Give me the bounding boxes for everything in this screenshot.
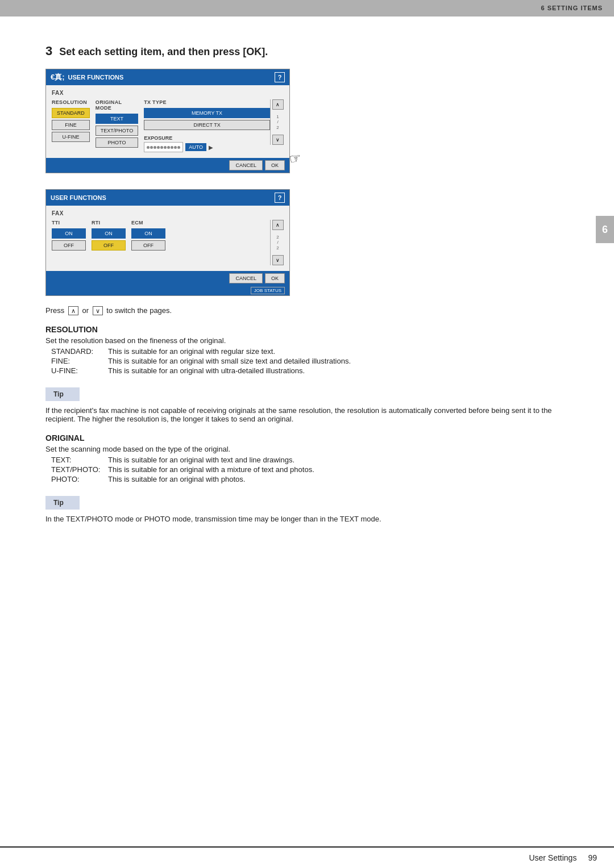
screen2-fax-label: FAX xyxy=(52,210,284,216)
screen1: €真; USER FUNCTIONS ? FAX RESOLUTION xyxy=(45,69,290,173)
screen1-title: USER FUNCTIONS xyxy=(68,74,124,81)
footer-left: User Settings xyxy=(529,853,576,862)
tip2-text: In the TEXT/PHOTO mode or PHOTO mode, tr… xyxy=(45,515,580,523)
rti-label: RTI xyxy=(92,220,126,226)
btn-photo[interactable]: PHOTO xyxy=(96,137,138,148)
tip2-container: Tip In the TEXT/PHOTO mode or PHOTO mode… xyxy=(45,490,580,523)
resolution-btn-group: STANDARD FINE U-FINE xyxy=(52,108,90,142)
original-term-1: TEXT/PHOTO: xyxy=(51,465,108,474)
original-heading: ORIGINAL xyxy=(45,433,580,443)
resolution-item-2: U-FINE: This is suitable for an original… xyxy=(51,366,580,375)
resolution-def-1: This is suitable for an original with sm… xyxy=(108,357,580,365)
resolution-item-0: STANDARD: This is suitable for an origin… xyxy=(51,347,580,356)
or-text: or xyxy=(82,306,90,315)
screen1-ok-button[interactable]: OK xyxy=(265,160,285,170)
resolution-term-0: STANDARD: xyxy=(51,347,108,356)
original-btn-group: TEXT TEXT/PHOTO PHOTO xyxy=(96,114,138,148)
press-note: Press ∧ or ∨ to switch the pages. xyxy=(45,306,580,315)
screen2-help-button[interactable]: ? xyxy=(275,193,285,203)
step-number: 3 xyxy=(45,44,52,59)
step-text: Set each setting item, and then press [O… xyxy=(59,46,268,58)
ecm-col: ECM ON OFF xyxy=(131,220,165,251)
cursor-hand-icon: ☞ xyxy=(288,149,303,167)
btn-direct-tx[interactable]: DIRECT TX xyxy=(144,120,270,130)
screen1-wrapper: €真; USER FUNCTIONS ? FAX RESOLUTION xyxy=(45,69,290,183)
tip1-container: Tip If the recipient's fax machine is no… xyxy=(45,382,580,423)
original-def-2: This is suitable for an original with ph… xyxy=(108,475,580,483)
resolution-table: STANDARD: This is suitable for an origin… xyxy=(51,347,580,375)
down-arrow-btn: ∨ xyxy=(93,306,103,315)
scroll-down-button[interactable]: ∨ xyxy=(272,135,284,145)
btn-tti-on[interactable]: ON xyxy=(52,228,86,239)
exposure-section: EXPOSURE AUTO xyxy=(144,135,270,152)
screen2-scroll-track: 2 / 2 xyxy=(276,235,279,251)
btn-ecm-off[interactable]: OFF xyxy=(131,240,165,251)
original-intro: Set the scanning mode based on the type … xyxy=(45,445,580,453)
screen1-settings-row: RESOLUTION STANDARD FINE U-FINE ORIGINAL… xyxy=(52,99,284,152)
screen2-titlebar: USER FUNCTIONS ? xyxy=(46,190,289,206)
original-term-2: PHOTO: xyxy=(51,475,108,483)
screen2-scroll-up-button[interactable]: ∧ xyxy=(272,220,284,230)
exposure-label: EXPOSURE xyxy=(144,135,270,141)
screen2-settings-row: TTI ON OFF RTI ON OFF xyxy=(52,220,284,265)
original-def-1: This is suitable for an original with a … xyxy=(108,465,580,474)
btn-text[interactable]: TEXT xyxy=(96,114,138,124)
txtype-exposure-col: TX TYPE MEMORY TX DIRECT TX EXPOSURE xyxy=(144,99,270,152)
screen2-ok-button[interactable]: OK xyxy=(265,273,285,283)
auto-button[interactable]: AUTO xyxy=(185,143,206,151)
btn-text-photo[interactable]: TEXT/PHOTO xyxy=(96,126,138,136)
resolution-section: RESOLUTION Set the resolution based on t… xyxy=(45,325,580,375)
btn-ecm-on[interactable]: ON xyxy=(131,228,165,239)
scroll-track: 1 / 2 xyxy=(276,114,279,131)
press-text: Press xyxy=(45,306,64,315)
screen2: USER FUNCTIONS ? FAX TTI ON OFF xyxy=(45,189,290,296)
footer-right: 99 xyxy=(588,853,597,862)
exposure-bar-row: AUTO ▶ xyxy=(144,142,270,152)
header-label: 6 SETTING ITEMS xyxy=(541,5,603,11)
txtype-btn-group: MEMORY TX DIRECT TX xyxy=(144,108,270,130)
txtype-label: TX TYPE xyxy=(144,99,270,105)
screen1-bottom-bar: CANCEL OK xyxy=(46,158,289,173)
up-arrow-btn: ∧ xyxy=(68,306,78,315)
tip1-text: If the recipient's fax machine is not ca… xyxy=(45,406,580,423)
original-section: ORIGINAL Set the scanning mode based on … xyxy=(45,433,580,483)
resolution-intro: Set the resolution based on the fineness… xyxy=(45,336,580,345)
rti-btn-group: ON OFF xyxy=(92,228,126,251)
scroll-up-button[interactable]: ∧ xyxy=(272,99,284,110)
exposure-dots xyxy=(144,142,183,152)
original-term-0: TEXT: xyxy=(51,456,108,464)
screen1-help-button[interactable]: ? xyxy=(275,72,285,82)
tti-btn-group: ON OFF xyxy=(52,228,86,251)
btn-standard[interactable]: STANDARD xyxy=(52,108,90,118)
original-col: ORIGINALMODE TEXT TEXT/PHOTO PHOTO xyxy=(96,99,138,148)
screen1-cancel-button[interactable]: CANCEL xyxy=(229,160,263,170)
page-footer: User Settings 99 xyxy=(0,846,614,868)
resolution-def-2: This is suitable for an original with ul… xyxy=(108,366,580,375)
screen2-cancel-button[interactable]: CANCEL xyxy=(229,273,263,283)
resolution-col: RESOLUTION STANDARD FINE U-FINE xyxy=(52,99,90,142)
rti-col: RTI ON OFF xyxy=(92,220,126,251)
tip2-label: Tip xyxy=(45,496,80,510)
screen1-cols-inner: RESOLUTION STANDARD FINE U-FINE ORIGINAL… xyxy=(52,99,270,152)
original-label: ORIGINALMODE xyxy=(96,99,138,111)
tti-label: TTI xyxy=(52,220,86,226)
screen1-fax-label: FAX xyxy=(52,90,284,96)
screen2-scroll-down-button[interactable]: ∨ xyxy=(272,255,284,265)
switch-pages-text: to switch the pages. xyxy=(106,306,172,315)
job-status-button[interactable]: JOB STATUS xyxy=(251,287,285,294)
btn-ufine[interactable]: U-FINE xyxy=(52,132,90,142)
btn-rti-off[interactable]: OFF xyxy=(92,240,126,251)
ecm-btn-group: ON OFF xyxy=(131,228,165,251)
btn-memory-tx[interactable]: MEMORY TX xyxy=(144,108,270,118)
resolution-def-0: This is suitable for an original with re… xyxy=(108,347,580,356)
resolution-heading: RESOLUTION xyxy=(45,325,580,334)
resolution-term-1: FINE: xyxy=(51,357,108,365)
btn-fine[interactable]: FINE xyxy=(52,120,90,130)
btn-tti-off[interactable]: OFF xyxy=(52,240,86,251)
original-item-0: TEXT: This is suitable for an original w… xyxy=(51,456,580,464)
original-def-0: This is suitable for an original with te… xyxy=(108,456,580,464)
btn-rti-on[interactable]: ON xyxy=(92,228,126,239)
step-heading: 3 Set each setting item, and then press … xyxy=(45,44,580,59)
top-header: 6 SETTING ITEMS xyxy=(0,0,614,16)
tip1-label: Tip xyxy=(45,387,80,401)
